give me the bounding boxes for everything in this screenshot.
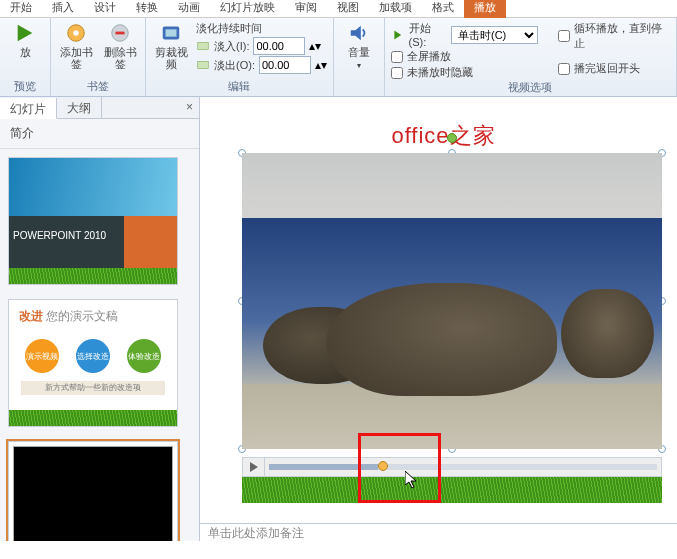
loop-label: 循环播放，直到停止 bbox=[574, 21, 670, 51]
rewind-label: 播完返回开头 bbox=[574, 61, 640, 76]
slide-panel: 幻灯片 大纲 × 简介 POWERPOINT 2010 改进 您的演示文稿 演示… bbox=[0, 97, 200, 541]
tab-slideshow[interactable]: 幻灯片放映 bbox=[210, 0, 285, 18]
fade-in-input[interactable] bbox=[253, 37, 305, 55]
svg-marker-11 bbox=[250, 462, 258, 472]
group-bookmarks-title: 书签 bbox=[57, 79, 139, 96]
tab-home[interactable]: 开始 bbox=[0, 0, 42, 18]
group-preview: 放 预览 bbox=[0, 18, 51, 96]
fullscreen-checkbox[interactable] bbox=[391, 51, 403, 63]
trim-icon bbox=[160, 22, 182, 44]
start-icon bbox=[391, 28, 405, 42]
rewind-checkbox[interactable] bbox=[558, 63, 570, 75]
slide-thumbnail-2[interactable]: 改进 您的演示文稿 演示视频 选择改造 体验改造 新方式帮助一些新的改造项 bbox=[8, 299, 178, 427]
fade-out-label: 淡出(O): bbox=[214, 58, 255, 73]
fade-in-label: 淡入(I): bbox=[214, 39, 249, 54]
tab-view[interactable]: 视图 bbox=[327, 0, 369, 18]
section-header: 简介 bbox=[0, 119, 199, 149]
group-bookmarks: 添加书签 删除书签 书签 bbox=[51, 18, 146, 96]
play-icon bbox=[14, 22, 36, 44]
svg-rect-6 bbox=[166, 29, 177, 36]
tab-format[interactable]: 格式 bbox=[422, 0, 464, 18]
spinner-icon[interactable]: ▴▾ bbox=[315, 58, 327, 72]
video-seek-track[interactable] bbox=[269, 464, 657, 470]
group-volume: 音量 ▾ bbox=[334, 18, 385, 96]
highlight-box bbox=[358, 433, 441, 503]
tab-insert[interactable]: 插入 bbox=[42, 0, 84, 18]
start-label: 开始(S): bbox=[409, 21, 447, 48]
fade-out-input[interactable] bbox=[259, 56, 311, 74]
svg-marker-9 bbox=[351, 26, 361, 41]
fade-in-icon bbox=[196, 39, 210, 53]
tab-outline[interactable]: 大纲 bbox=[57, 97, 102, 118]
svg-marker-0 bbox=[18, 25, 33, 42]
ribbon-tab-bar: 开始 插入 设计 转换 动画 幻灯片放映 审阅 视图 加载项 格式 播放 bbox=[0, 0, 677, 18]
slide-stage: office之家 OFFICE.JB51.NET bbox=[200, 97, 677, 541]
video-frame bbox=[242, 153, 662, 449]
tab-addins[interactable]: 加载项 bbox=[369, 0, 422, 18]
tab-playback[interactable]: 播放 bbox=[464, 0, 506, 18]
slide-grass-decoration bbox=[242, 477, 662, 503]
tab-slides[interactable]: 幻灯片 bbox=[0, 98, 57, 119]
fullscreen-label: 全屏播放 bbox=[407, 49, 451, 64]
fade-out-icon bbox=[196, 58, 210, 72]
close-panel-icon[interactable]: × bbox=[186, 100, 193, 114]
start-select[interactable]: 单击时(C) bbox=[451, 26, 538, 44]
group-video-options-title: 视频选项 bbox=[391, 80, 670, 97]
svg-rect-7 bbox=[198, 43, 209, 50]
video-playbar bbox=[242, 457, 662, 477]
hide-label: 未播放时隐藏 bbox=[407, 65, 473, 80]
cursor-icon bbox=[405, 471, 419, 489]
bookmark-add-icon bbox=[65, 22, 87, 44]
tab-review[interactable]: 审阅 bbox=[285, 0, 327, 18]
group-preview-title: 预览 bbox=[6, 79, 44, 96]
svg-marker-10 bbox=[394, 30, 401, 39]
ribbon: 放 预览 添加书签 删除书签 书签 剪裁视频 淡化持续时间 bbox=[0, 18, 677, 97]
remove-bookmark-button[interactable]: 删除书签 bbox=[101, 20, 139, 70]
bookmark-remove-icon bbox=[109, 22, 131, 44]
play-icon bbox=[249, 462, 259, 472]
thumbnail-list[interactable]: POWERPOINT 2010 改进 您的演示文稿 演示视频 选择改造 体验改造… bbox=[0, 149, 199, 541]
spinner-icon[interactable]: ▴▾ bbox=[309, 39, 321, 53]
play-button[interactable]: 放 bbox=[6, 20, 44, 58]
add-bookmark-button[interactable]: 添加书签 bbox=[57, 20, 95, 70]
svg-rect-8 bbox=[198, 62, 209, 69]
slide-thumbnail-3[interactable] bbox=[8, 441, 178, 541]
notes-pane[interactable]: 单击此处添加备注 bbox=[200, 523, 677, 541]
video-object[interactable] bbox=[242, 153, 662, 449]
tab-transitions[interactable]: 转换 bbox=[126, 0, 168, 18]
group-edit: 剪裁视频 淡化持续时间 淡入(I): ▴▾ 淡出(O): ▴▾ 编辑 bbox=[146, 18, 334, 96]
hide-checkbox[interactable] bbox=[391, 67, 403, 79]
svg-point-2 bbox=[73, 30, 79, 36]
chevron-down-icon: ▾ bbox=[357, 60, 361, 72]
loop-checkbox[interactable] bbox=[558, 30, 570, 42]
volume-button[interactable]: 音量 ▾ bbox=[340, 20, 378, 72]
slide-canvas[interactable]: office之家 OFFICE.JB51.NET bbox=[200, 97, 677, 523]
volume-icon bbox=[348, 22, 370, 44]
tab-animations[interactable]: 动画 bbox=[168, 0, 210, 18]
fade-header: 淡化持续时间 bbox=[196, 21, 262, 36]
svg-marker-12 bbox=[405, 471, 416, 488]
group-edit-title: 编辑 bbox=[152, 79, 327, 96]
slide-thumbnail-1[interactable]: POWERPOINT 2010 bbox=[8, 157, 178, 285]
rotate-handle[interactable] bbox=[447, 133, 457, 143]
trim-video-button[interactable]: 剪裁视频 bbox=[152, 20, 190, 70]
tab-design[interactable]: 设计 bbox=[84, 0, 126, 18]
group-video-options: 开始(S): 单击时(C) 全屏播放 未播放时隐藏 循环播放，直到停止 播完返回… bbox=[385, 18, 677, 96]
video-play-button[interactable] bbox=[243, 458, 265, 476]
